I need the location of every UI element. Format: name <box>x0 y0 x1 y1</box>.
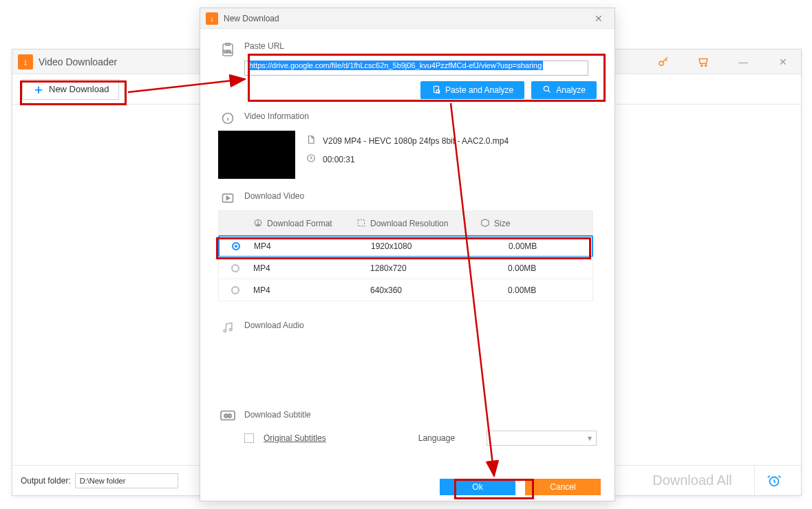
video-duration: 00:00:31 <box>323 155 355 164</box>
video-filename: V209 MP4 - HEVC 1080p 24fps 8bit - AAC2.… <box>323 136 509 146</box>
size-cell: 0.00MB <box>480 285 594 295</box>
url-input[interactable]: https://drive.google.com/file/d/1fhLcsc6… <box>244 61 588 76</box>
file-icon <box>306 135 317 147</box>
language-select[interactable]: ▾ <box>487 431 597 446</box>
format-row[interactable]: MP4640x3600.00MB <box>219 279 592 301</box>
close-button[interactable]: ✕ <box>769 52 797 72</box>
plus-icon: ＋ <box>32 83 45 96</box>
format-cell: MP4 <box>254 241 357 251</box>
svg-rect-13 <box>358 219 364 226</box>
dialog-footer: Ok Cancel <box>200 473 615 501</box>
format-cell: MP4 <box>253 263 356 273</box>
video-info-label: Video Information <box>244 111 309 121</box>
language-label: Language <box>418 433 455 443</box>
info-icon <box>218 111 237 125</box>
svg-point-0 <box>659 61 663 65</box>
clock-icon <box>306 153 317 165</box>
size-cell: 0.00MB <box>480 263 594 273</box>
dialog-title: New Download <box>224 14 279 23</box>
format-table: Download Format Download Resolution Size <box>218 210 593 301</box>
new-download-button[interactable]: ＋ New Download <box>22 79 119 100</box>
size-cell: 0.00MB <box>481 241 595 251</box>
format-table-header: Download Format Download Resolution Size <box>219 211 592 236</box>
app-logo-icon: ↓ <box>18 54 33 69</box>
format-row[interactable]: MP41920x10800.00MB <box>218 235 593 257</box>
search-icon <box>542 85 552 96</box>
svg-text:CC: CC <box>224 413 232 419</box>
output-folder-label: Output folder: <box>21 476 71 486</box>
format-col-icon <box>253 218 263 230</box>
resolution-cell: 1920x1080 <box>357 241 481 251</box>
size-col-icon <box>480 218 490 230</box>
paste-icon <box>431 85 441 96</box>
clipboard-url-icon: URL <box>218 41 237 58</box>
svg-point-14 <box>224 329 226 332</box>
new-download-label: New Download <box>49 84 109 94</box>
key-icon[interactable] <box>650 52 677 72</box>
svg-point-1 <box>701 65 703 66</box>
original-subtitles-checkbox[interactable] <box>244 433 254 443</box>
format-radio[interactable] <box>232 242 240 250</box>
resolution-cell: 1280x720 <box>356 263 480 273</box>
minimize-button[interactable]: — <box>729 52 757 72</box>
format-radio[interactable] <box>231 264 239 272</box>
app-title: Video Downloader <box>39 56 117 67</box>
output-folder-field[interactable] <box>75 473 178 488</box>
format-cell: MP4 <box>253 285 356 295</box>
dialog-logo-icon: ↓ <box>206 12 218 25</box>
download-all-button[interactable]: Download All <box>630 466 754 496</box>
svg-point-2 <box>705 65 707 66</box>
download-video-label: Download Video <box>244 191 304 201</box>
audio-icon <box>218 321 237 334</box>
dialog-close-button[interactable]: ✕ <box>588 13 609 24</box>
chevron-down-icon: ▾ <box>588 433 592 443</box>
url-input-value: https://drive.google.com/file/d/1fhLcsc6… <box>248 61 543 70</box>
download-subtitle-label: Download Subtitle <box>244 410 311 420</box>
subtitle-icon: CC <box>218 410 237 421</box>
format-radio[interactable] <box>231 286 239 294</box>
new-download-dialog: ↓ New Download ✕ URL Paste URL https://d… <box>200 8 615 501</box>
svg-point-15 <box>230 329 232 331</box>
original-subtitles-label: Original Subtitles <box>264 433 326 443</box>
analyze-button[interactable]: Analyze <box>531 81 597 99</box>
format-row[interactable]: MP41280x7200.00MB <box>219 257 592 279</box>
video-icon <box>218 191 237 205</box>
cart-icon[interactable] <box>690 52 717 72</box>
scheduler-icon[interactable] <box>754 466 793 496</box>
cancel-button[interactable]: Cancel <box>525 479 601 495</box>
paste-url-label: Paste URL <box>244 41 284 51</box>
ok-button[interactable]: Ok <box>440 479 515 495</box>
dialog-titlebar: ↓ New Download ✕ <box>200 8 615 29</box>
svg-text:URL: URL <box>224 50 233 54</box>
svg-point-8 <box>544 86 549 91</box>
download-audio-label: Download Audio <box>244 321 304 330</box>
resolution-col-icon <box>356 218 366 230</box>
video-thumbnail <box>218 131 295 179</box>
resolution-cell: 640x360 <box>356 285 480 295</box>
paste-and-analyze-button[interactable]: Paste and Analyze <box>420 81 524 99</box>
